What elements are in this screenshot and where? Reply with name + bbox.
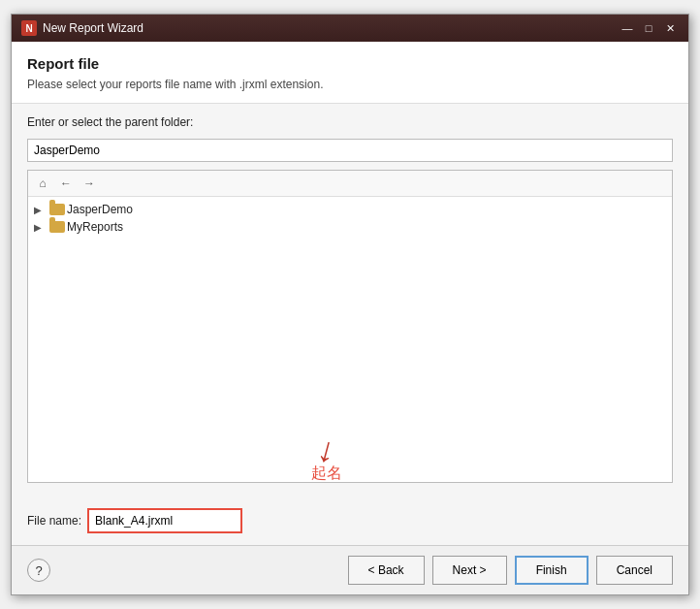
forward-button[interactable]: → xyxy=(79,174,100,193)
tree-body: ▶ JasperDemo ▶ MyReports xyxy=(28,197,672,482)
main-section: Enter or select the parent folder: ⌂ ← →… xyxy=(12,104,688,545)
list-item[interactable]: ▶ JasperDemo xyxy=(28,201,672,218)
dialog-title: New Report Wizard xyxy=(43,21,613,35)
section-title: Report file xyxy=(27,55,673,72)
tree-item-label: JasperDemo xyxy=(67,203,133,216)
list-item[interactable]: ▶ MyReports xyxy=(28,218,672,236)
minimize-button[interactable]: — xyxy=(619,20,636,36)
back-button[interactable]: ← xyxy=(55,174,77,193)
chevron-icon: ▶ xyxy=(34,205,48,215)
section-subtitle: Please select your reports file name wit… xyxy=(27,78,673,91)
action-buttons: < Back Next > Finish Cancel xyxy=(348,556,673,585)
dialog-content: Report file Please select your reports f… xyxy=(12,42,688,594)
help-area: ? xyxy=(27,559,50,582)
filename-label: File name: xyxy=(27,514,81,528)
maximize-button[interactable]: □ xyxy=(640,20,657,36)
finish-button[interactable]: Finish xyxy=(515,556,589,585)
tree-panel: ⌂ ← → ▶ JasperDemo ▶ MyReports xyxy=(27,170,673,483)
header-section: Report file Please select your reports f… xyxy=(12,42,688,104)
chevron-icon: ▶ xyxy=(34,222,48,233)
tree-toolbar: ⌂ ← → xyxy=(28,171,672,197)
folder-icon xyxy=(49,204,65,215)
app-icon: N xyxy=(21,20,37,36)
button-bar: ? < Back Next > Finish Cancel xyxy=(12,545,688,594)
next-button[interactable]: Next > xyxy=(432,556,507,585)
annotation-area: ↓ 起名 xyxy=(27,491,673,498)
close-button[interactable]: ✕ xyxy=(661,20,679,36)
title-bar: N New Report Wizard — □ ✕ xyxy=(12,15,688,42)
folder-icon xyxy=(49,221,65,233)
arrow-annotation: ↓ 起名 xyxy=(311,433,342,484)
help-button[interactable]: ? xyxy=(27,559,50,582)
window-controls: — □ ✕ xyxy=(619,20,679,36)
cancel-button[interactable]: Cancel xyxy=(596,556,673,585)
folder-label: Enter or select the parent folder: xyxy=(27,115,673,129)
filename-wrapper xyxy=(87,508,673,533)
folder-input[interactable] xyxy=(27,139,673,162)
filename-input[interactable] xyxy=(87,508,242,533)
home-button[interactable]: ⌂ xyxy=(32,174,53,193)
dialog-window: N New Report Wizard — □ ✕ Report file Pl… xyxy=(11,14,689,595)
filename-row: File name: xyxy=(27,508,673,533)
back-button[interactable]: < Back xyxy=(348,556,425,585)
tree-item-label: MyReports xyxy=(67,220,123,234)
